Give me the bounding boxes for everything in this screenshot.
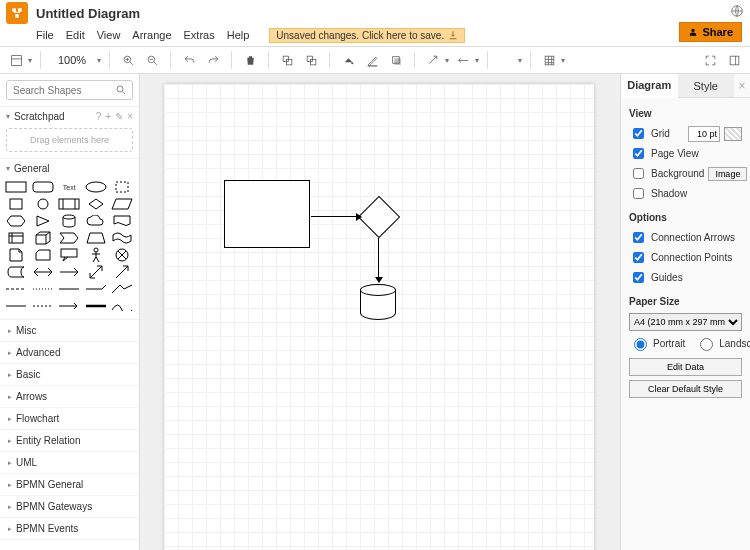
grid-size-input[interactable] xyxy=(688,126,720,142)
undo-button[interactable] xyxy=(179,50,199,70)
shape-parallelogram[interactable] xyxy=(110,197,134,211)
delete-button[interactable] xyxy=(240,50,260,70)
conn-arrows-checkbox[interactable] xyxy=(633,232,644,243)
scratchpad-header[interactable]: ▾ Scratchpad ? + ✎ × xyxy=(0,106,139,126)
shape-step[interactable] xyxy=(57,231,81,245)
shape-arrow-diag2[interactable] xyxy=(110,265,134,279)
chevron-down-icon[interactable]: ▾ xyxy=(28,56,32,65)
shape-conn-arrow[interactable] xyxy=(57,299,81,313)
shape-card[interactable] xyxy=(31,248,55,262)
shape-process[interactable] xyxy=(57,197,81,211)
insert-button[interactable] xyxy=(496,50,516,70)
general-header[interactable]: ▾ General xyxy=(0,158,139,178)
shadow-checkbox[interactable] xyxy=(633,188,644,199)
fullscreen-button[interactable] xyxy=(700,50,720,70)
background-checkbox[interactable] xyxy=(633,168,644,179)
scratchpad-dropzone[interactable]: Drag elements here xyxy=(6,128,133,152)
canvas[interactable] xyxy=(140,74,620,550)
landscape-radio[interactable]: Landscape xyxy=(695,335,750,351)
menu-view[interactable]: View xyxy=(97,29,121,41)
table-button[interactable] xyxy=(539,50,559,70)
shape-conn-solid[interactable] xyxy=(4,299,28,313)
category-misc[interactable]: ▸Misc xyxy=(0,320,139,342)
language-icon[interactable] xyxy=(730,4,744,18)
shape-cylinder[interactable] xyxy=(57,214,81,228)
tab-diagram[interactable]: Diagram xyxy=(621,74,678,98)
chevron-down-icon[interactable]: ▾ xyxy=(475,56,479,65)
share-button[interactable]: Share xyxy=(679,22,742,42)
menu-edit[interactable]: Edit xyxy=(66,29,85,41)
shape-connector1[interactable] xyxy=(84,282,108,296)
shape-line-dotted[interactable] xyxy=(31,282,55,296)
grid-color-swatch[interactable] xyxy=(724,127,742,141)
document-title[interactable]: Untitled Diagram xyxy=(36,6,140,21)
grid-checkbox[interactable] xyxy=(633,128,644,139)
line-color-button[interactable] xyxy=(362,50,382,70)
shape-note[interactable] xyxy=(4,248,28,262)
shape-actor[interactable] xyxy=(84,248,108,262)
menu-arrange[interactable]: Arrange xyxy=(132,29,171,41)
portrait-radio[interactable]: Portrait xyxy=(629,335,685,351)
shape-hexagon[interactable] xyxy=(4,214,28,228)
zoom-in-button[interactable] xyxy=(118,50,138,70)
diagram-shape-diamond[interactable] xyxy=(358,196,400,238)
tab-style[interactable]: Style xyxy=(678,74,735,97)
edit-icon[interactable]: ✎ xyxy=(115,111,123,122)
conn-points-checkbox[interactable] xyxy=(633,252,644,263)
shape-rect[interactable] xyxy=(4,180,28,194)
category-basic[interactable]: ▸Basic xyxy=(0,364,139,386)
shape-conn-dash[interactable] xyxy=(31,299,55,313)
shape-callout[interactable] xyxy=(57,248,81,262)
category-entity-relation[interactable]: ▸Entity Relation xyxy=(0,430,139,452)
close-panel-icon[interactable]: × xyxy=(734,74,750,97)
category-bpmn-gateways[interactable]: ▸BPMN Gateways xyxy=(0,496,139,518)
zoom-level[interactable]: 100% xyxy=(49,54,95,66)
shape-circle[interactable] xyxy=(31,197,55,211)
category-bpmn-events[interactable]: ▸BPMN Events xyxy=(0,518,139,540)
shape-conn-thick[interactable] xyxy=(84,299,108,313)
category-advanced[interactable]: ▸Advanced xyxy=(0,342,139,364)
shape-or[interactable] xyxy=(110,248,134,262)
edit-data-button[interactable]: Edit Data xyxy=(629,358,742,376)
paper-size-select[interactable]: A4 (210 mm x 297 mm) xyxy=(629,313,742,331)
shape-document[interactable] xyxy=(110,214,134,228)
connection-2[interactable] xyxy=(378,238,379,278)
shape-cube[interactable] xyxy=(31,231,55,245)
close-icon[interactable]: × xyxy=(127,111,133,122)
to-back-button[interactable] xyxy=(301,50,321,70)
chevron-down-icon[interactable]: ▾ xyxy=(561,56,565,65)
format-panel-button[interactable] xyxy=(724,50,744,70)
shape-data-storage[interactable] xyxy=(4,265,28,279)
fill-color-button[interactable] xyxy=(338,50,358,70)
category-bpmn-general[interactable]: ▸BPMN General xyxy=(0,474,139,496)
shape-square[interactable] xyxy=(4,197,28,211)
shape-arrow-diag1[interactable] xyxy=(84,265,108,279)
chevron-down-icon[interactable]: ▾ xyxy=(97,56,101,65)
guides-checkbox[interactable] xyxy=(633,272,644,283)
shape-arrow-bidir[interactable] xyxy=(31,265,55,279)
diagram-shape-cylinder[interactable] xyxy=(360,284,396,320)
shape-conn-curved[interactable] xyxy=(110,299,134,313)
diagram-shape-rect[interactable] xyxy=(224,180,310,248)
shape-cloud[interactable] xyxy=(84,214,108,228)
add-icon[interactable]: + xyxy=(105,111,111,122)
menu-file[interactable]: File xyxy=(36,29,54,41)
shape-triangle[interactable] xyxy=(31,214,55,228)
shape-internal-storage[interactable] xyxy=(4,231,28,245)
shape-square-dashed[interactable] xyxy=(110,180,134,194)
chevron-down-icon[interactable]: ▾ xyxy=(518,56,522,65)
zoom-out-button[interactable] xyxy=(142,50,162,70)
connection-button[interactable] xyxy=(423,50,443,70)
chevron-down-icon[interactable]: ▾ xyxy=(445,56,449,65)
shape-trapezoid[interactable] xyxy=(84,231,108,245)
view-mode-button[interactable] xyxy=(6,50,26,70)
paper[interactable] xyxy=(164,84,594,550)
category-uml[interactable]: ▸UML xyxy=(0,452,139,474)
shape-tape[interactable] xyxy=(110,231,134,245)
waypoint-button[interactable] xyxy=(453,50,473,70)
redo-button[interactable] xyxy=(203,50,223,70)
shape-line[interactable] xyxy=(57,282,81,296)
search-input[interactable] xyxy=(6,80,133,100)
menu-help[interactable]: Help xyxy=(227,29,250,41)
to-front-button[interactable] xyxy=(277,50,297,70)
